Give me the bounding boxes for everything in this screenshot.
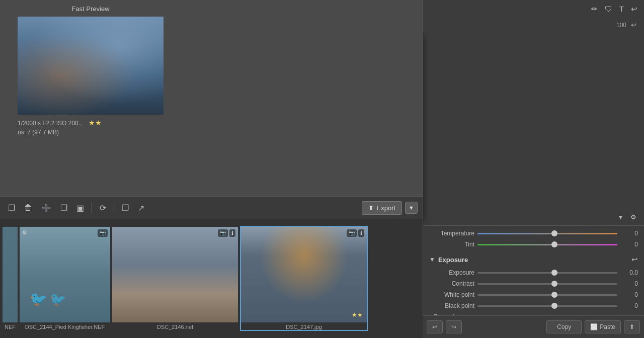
fast-preview-label: Fast Preview: [71, 5, 109, 13]
stack-button[interactable]: ▣: [73, 201, 87, 215]
black-point-track[interactable]: [477, 305, 617, 307]
temperature-row: Temperature 0: [423, 228, 644, 239]
filmstrip: NEF ⚙ 📷 🐦 🐦 DSC_2144_Pied Kingfisher.NEF…: [0, 219, 423, 338]
redo-small-button[interactable]: ↪: [446, 320, 462, 333]
dropdown-arrow-icon[interactable]: ▼: [616, 213, 625, 222]
export-label: Export: [377, 204, 396, 212]
exposure-track[interactable]: [477, 272, 617, 274]
camera-icon: 📷: [98, 229, 108, 237]
left-panel: Fast Preview 1/2000 s F2.2 ISO 200... ★★…: [0, 0, 181, 209]
info-icon: ℹ: [229, 229, 235, 237]
white-point-row: White point 0: [423, 289, 644, 300]
paste-icon: ⬜: [590, 323, 598, 330]
copy-label: Copy: [557, 323, 571, 330]
film-icon-left: ⚙: [22, 229, 27, 236]
text-icon-button[interactable]: T: [618, 3, 625, 15]
list-item[interactable]: 📷 ℹ ★★ DSC_2147.jpg: [240, 226, 368, 331]
gear-icon-button[interactable]: ⚙: [629, 212, 638, 222]
black-point-value: 0: [620, 302, 638, 309]
temperature-track[interactable]: [477, 233, 617, 234]
temperature-thumb[interactable]: [551, 230, 557, 236]
camera-icon: 📷: [347, 229, 357, 237]
contrast-track[interactable]: [477, 283, 617, 285]
star-rating: ★★: [89, 119, 102, 127]
list-item[interactable]: 📷 ℹ DSC_2146.nef: [112, 227, 238, 330]
tint-thumb[interactable]: [551, 241, 557, 247]
shield-icon-button[interactable]: 🛡: [603, 3, 614, 15]
exposure-thumb[interactable]: [551, 270, 557, 276]
undo-small-button[interactable]: ↩: [427, 320, 443, 333]
white-point-label: White point: [429, 291, 474, 298]
brush-icon-button[interactable]: ✏: [590, 3, 599, 15]
info-icon: ℹ: [358, 229, 364, 237]
exposure-reset-button[interactable]: ↩: [631, 255, 638, 264]
tint-label: Tint: [429, 241, 474, 248]
undo-button[interactable]: ↩: [629, 3, 639, 15]
tint-row: Tint 0: [423, 239, 644, 250]
toolbar: ❐ 🗑 ➕ ❐ ▣ ⟳ ❐ ↗ ⬆ Export ▼: [0, 196, 423, 219]
white-point-track[interactable]: [477, 294, 617, 296]
right-scroll-area: 100 ↩ Last preset used JPEG - Archival q…: [423, 18, 644, 315]
value-100: 100: [616, 22, 626, 29]
export-button[interactable]: ⬆ Export: [362, 201, 403, 215]
export-small-button[interactable]: ⬆: [624, 320, 640, 333]
film-filename: DSC_2144_Pied Kingfisher.NEF: [20, 324, 110, 330]
exposure-section-title: Exposure: [438, 256, 468, 264]
export-preset-area: 100 ↩ Last preset used JPEG - Archival q…: [423, 18, 644, 32]
contrast-value: 0: [620, 280, 638, 287]
dynamic-range-row: Dynamic range: [423, 311, 644, 315]
exposure-chevron-icon[interactable]: ▼: [429, 256, 435, 263]
film-icon-overlay: 📷: [98, 229, 108, 237]
bottom-bar: ↩ ↪ Copy ⬜ Paste ⬆: [423, 315, 644, 338]
film-stars: ★★: [352, 311, 363, 318]
exposure-value: 0.0: [620, 269, 638, 276]
tint-track[interactable]: [477, 244, 617, 245]
contrast-row: Contrast 0: [423, 278, 644, 289]
camera-icon: 📷: [218, 229, 228, 237]
white-point-thumb[interactable]: [551, 292, 557, 298]
toolbar-sep-1: [92, 203, 92, 213]
right-panel: ✏ 🛡 T ↩ 100 ↩ Last preset used JPEG - Ar…: [423, 0, 644, 338]
temperature-label: Temperature: [429, 230, 474, 237]
black-point-row: Black point 0: [423, 300, 644, 311]
paste-settings-button[interactable]: ⬜ Paste: [585, 320, 621, 333]
meta-text: 1/2000 s F2.2 ISO 200...: [18, 120, 84, 127]
black-point-thumb[interactable]: [551, 303, 557, 309]
reset-top-button[interactable]: ↩: [629, 20, 638, 30]
contrast-thumb[interactable]: [551, 281, 557, 287]
share-button[interactable]: ↗: [135, 201, 147, 215]
preview-image: [18, 17, 164, 115]
toolbar-sep-2: [114, 203, 114, 213]
rotate-button[interactable]: ⟳: [97, 201, 109, 215]
copy-button[interactable]: ❐: [57, 201, 70, 215]
copy-settings-button[interactable]: Copy: [546, 320, 582, 333]
list-item[interactable]: NEF: [3, 227, 18, 330]
preview-image-bg: [18, 17, 164, 115]
film-filename: DSC_2146.nef: [112, 324, 238, 330]
count-info: ns: 7 (97.7 MB): [18, 129, 59, 136]
exposure-section-header: ▼ Exposure ↩: [423, 252, 644, 267]
top-icons-row: ✏ 🛡 T ↩: [423, 0, 644, 18]
organize-button[interactable]: ❐: [5, 201, 18, 215]
temperature-value: 0: [620, 230, 638, 237]
exposure-row: Exposure 0.0: [423, 267, 644, 278]
film-thumbnail: ⚙ 📷 🐦 🐦: [20, 227, 110, 322]
section-divider-1: [423, 225, 644, 226]
add-button[interactable]: ➕: [38, 201, 54, 215]
export-icon: ⬆: [368, 204, 374, 212]
black-point-label: Black point: [429, 302, 474, 309]
film-filename: NEF: [3, 324, 18, 330]
film-thumbnail: 📷 ℹ: [112, 227, 238, 322]
paste-label: Paste: [600, 323, 615, 330]
list-item[interactable]: ⚙ 📷 🐦 🐦 DSC_2144_Pied Kingfisher.NEF: [20, 227, 110, 330]
export-dropdown-button[interactable]: ▼: [405, 202, 418, 214]
white-point-value: 0: [620, 291, 638, 298]
meta-info: 1/2000 s F2.2 ISO 200... ★★: [18, 119, 102, 127]
film-icon-overlay: 📷 ℹ: [218, 229, 235, 237]
film-filename: DSC_2147.jpg: [241, 324, 367, 330]
contrast-label: Contrast: [429, 280, 474, 287]
film-icon-overlay: 📷 ℹ: [347, 229, 364, 237]
batch-button[interactable]: ❐: [119, 201, 132, 215]
delete-button[interactable]: 🗑: [21, 201, 35, 214]
film-thumbnail: 📷 ℹ ★★: [241, 227, 367, 322]
